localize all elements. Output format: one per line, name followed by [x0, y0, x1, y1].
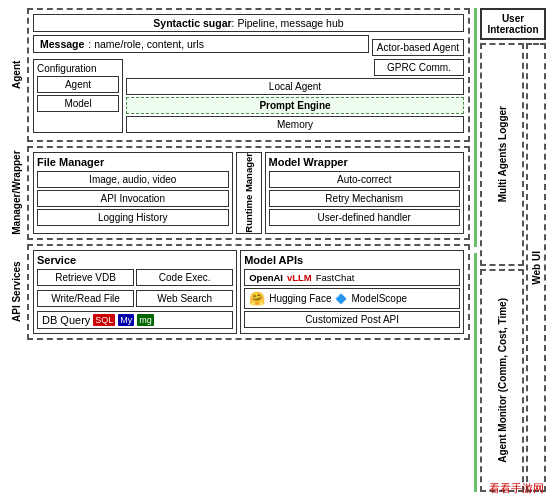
- agent-box: Agent: [37, 76, 119, 93]
- modelscope-icon: 🔷: [335, 293, 347, 304]
- agent-monitor-label: Agent Monitor (Comm, Cost, Time): [497, 298, 508, 463]
- agent-label: Agent: [8, 8, 24, 142]
- db-icon-1: SQL: [93, 314, 115, 326]
- code-exec-box: Code Exec.: [136, 269, 233, 286]
- green-line-col: [474, 8, 477, 492]
- syntactic-sugar-bar: Syntactic sugar: Pipeline, message hub: [33, 14, 464, 32]
- db-icon-3: mg: [137, 314, 154, 326]
- api-section-inner: Service Retrieve VDB Code Exec. Write/Re…: [33, 250, 464, 334]
- web-ui-col: Web UI: [526, 43, 546, 492]
- model-wrapper-title: Model Wrapper: [269, 156, 461, 168]
- service-title: Service: [37, 254, 233, 266]
- api-services-row: API Services Service Retrieve VDB Code E…: [8, 244, 470, 340]
- agent-middle-row: Configuration Agent Model GPRC Comm. Loc…: [33, 59, 464, 133]
- agent-monitor-box: Agent Monitor (Comm, Cost, Time): [480, 269, 524, 492]
- model-wrapper-box: Model Wrapper Auto-correct Retry Mechani…: [265, 152, 465, 234]
- fastchat-label: FastChat: [316, 272, 355, 283]
- green-line-bottom: [474, 253, 477, 492]
- multi-agents-box: Multi Agents Logger: [480, 43, 524, 266]
- service-grid: Retrieve VDB Code Exec. Write/Read File …: [37, 269, 233, 309]
- local-agent-box: Local Agent: [126, 78, 464, 95]
- agent-section: Syntactic sugar: Pipeline, message hub M…: [27, 8, 470, 142]
- modelscope-label: ModelScope: [351, 293, 407, 304]
- manager-section: File Manager Image, audio, video API Inv…: [27, 146, 470, 240]
- agent-right-col: GPRC Comm. Local Agent Prompt Engine Mem…: [126, 59, 464, 133]
- api-invocation-box: API Invocation: [37, 190, 229, 207]
- local-agent-col: Local Agent Prompt Engine Memory: [126, 78, 464, 133]
- runtime-manager-label: Runtime Manager: [243, 153, 254, 233]
- grpc-box: GPRC Comm.: [374, 59, 464, 76]
- image-audio-video-box: Image, audio, video: [37, 171, 229, 188]
- multi-agents-label: Multi Agents Logger: [497, 106, 508, 202]
- vllm-label: vLLM: [287, 272, 312, 283]
- prompt-engine-box: Prompt Engine: [126, 97, 464, 114]
- manager-inner: File Manager Image, audio, video API Inv…: [33, 152, 464, 234]
- db-query-label: DB Query: [42, 314, 90, 326]
- hf-emoji-icon: 🤗: [249, 291, 265, 306]
- agent-row: Agent Syntactic sugar: Pipeline, message…: [8, 8, 470, 142]
- local-prompt-row: Local Agent Prompt Engine Memory: [126, 78, 464, 133]
- file-manager-title: File Manager: [37, 156, 229, 168]
- message-bar: Message: name/role, content, urls: [33, 35, 369, 53]
- api-services-section: Service Retrieve VDB Code Exec. Write/Re…: [27, 244, 470, 340]
- manager-label: Manager/Wrapper: [8, 146, 24, 240]
- actor-based-box: Actor-based Agent: [372, 39, 464, 56]
- hugging-face-row: 🤗 Hugging Face 🔷 ModelScope: [244, 288, 460, 309]
- api-services-label: API Services: [8, 244, 24, 340]
- configuration-title: Configuration: [37, 63, 119, 74]
- right-columns: Multi Agents Logger Agent Monitor (Comm,…: [480, 43, 546, 492]
- config-box: Configuration Agent Model: [33, 59, 123, 133]
- user-interaction-box: User Interaction: [480, 8, 546, 40]
- db-icon-2: My: [118, 314, 134, 326]
- user-interaction-label: User Interaction: [487, 13, 538, 35]
- right-col-main: Multi Agents Logger Agent Monitor (Comm,…: [480, 43, 524, 492]
- model-apis-title: Model APIs: [244, 254, 460, 266]
- memory-box: Memory: [126, 116, 464, 133]
- manager-row: Manager/Wrapper File Manager Image, audi…: [8, 146, 470, 240]
- db-query-row: DB Query SQL My mg: [37, 311, 233, 329]
- file-manager-box: File Manager Image, audio, video API Inv…: [33, 152, 233, 234]
- openai-row: OpenAI vLLM FastChat: [244, 269, 460, 286]
- hugging-face-label: Hugging Face: [269, 293, 331, 304]
- right-panels: User Interaction Multi Agents Logger Age…: [474, 8, 546, 492]
- web-ui-label: Web UI: [531, 251, 542, 285]
- watermark: 看看手游网: [489, 481, 544, 496]
- service-box: Service Retrieve VDB Code Exec. Write/Re…: [33, 250, 237, 334]
- retry-mechanism-box: Retry Mechanism: [269, 190, 461, 207]
- write-read-file-box: Write/Read File: [37, 290, 134, 307]
- web-search-box: Web Search: [136, 290, 233, 307]
- runtime-manager-box: Runtime Manager: [236, 152, 262, 234]
- auto-correct-box: Auto-correct: [269, 171, 461, 188]
- customized-post-api-box: Customized Post API: [244, 311, 460, 328]
- retrieve-vdb-box: Retrieve VDB: [37, 269, 134, 286]
- model-apis-box: Model APIs OpenAI vLLM FastChat 🤗 Huggin…: [240, 250, 464, 334]
- user-defined-handler-box: User-defined handler: [269, 209, 461, 226]
- green-line-top: [474, 8, 477, 247]
- right-stack: User Interaction Multi Agents Logger Age…: [480, 8, 546, 492]
- openai-label: OpenAI: [249, 272, 283, 283]
- model-box: Model: [37, 95, 119, 112]
- logging-history-box: Logging History: [37, 209, 229, 226]
